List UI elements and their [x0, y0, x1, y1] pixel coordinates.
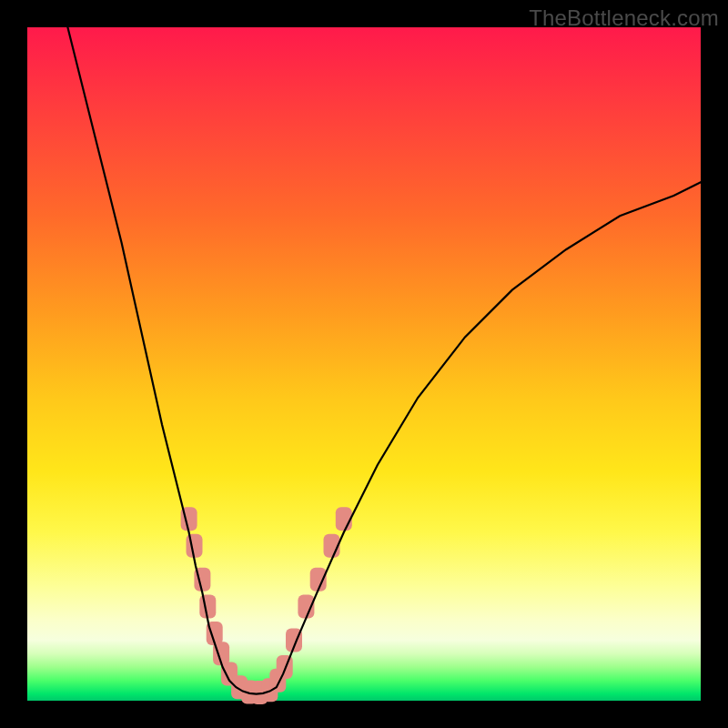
outer-frame: TheBottleneck.com	[0, 0, 728, 728]
plot-area	[27, 27, 701, 701]
marker-layer	[181, 507, 352, 704]
watermark-text: TheBottleneck.com	[529, 5, 719, 31]
data-marker	[277, 655, 293, 679]
curve-path	[67, 27, 701, 694]
chart-svg	[27, 27, 701, 701]
